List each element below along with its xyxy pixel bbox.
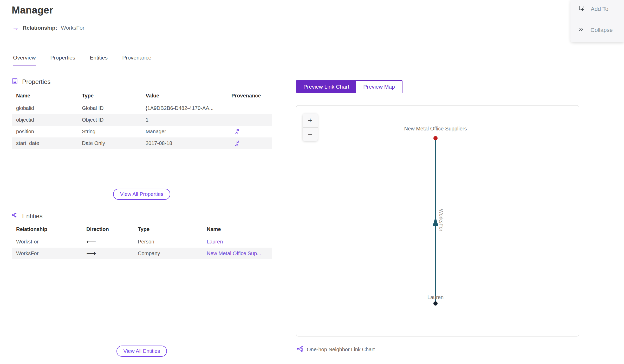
table-row: WorksFor ⟵ Person Lauren xyxy=(12,236,272,248)
tab-bar: Overview Properties Entities Provenance xyxy=(13,55,151,65)
node-person[interactable] xyxy=(433,301,438,306)
properties-table: Name Type Value Provenance globalid Glob… xyxy=(12,93,272,149)
add-to-button[interactable]: Add To xyxy=(578,5,608,13)
tab-properties[interactable]: Properties xyxy=(50,55,75,65)
provenance-flag-icon[interactable] xyxy=(231,128,272,135)
chart-caption: One-hop Neighbor Link Chart xyxy=(296,345,375,354)
entity-relationship: WorksFor xyxy=(16,239,86,245)
tab-entities[interactable]: Entities xyxy=(90,55,108,65)
relationship-label: Relationship: xyxy=(23,25,57,31)
properties-section-title: Properties xyxy=(22,78,50,85)
entity-name-link[interactable]: New Metal Office Sup... xyxy=(207,250,272,256)
entity-type: Person xyxy=(138,239,207,245)
direction-left-arrow-icon: ⟵ xyxy=(86,238,138,246)
table-row: start_date Date Only 2017-08-18 xyxy=(12,137,272,149)
col-type: Type xyxy=(138,226,207,232)
view-all-entities-button[interactable]: View All Entities xyxy=(116,346,167,357)
provenance-flag-icon[interactable] xyxy=(231,140,272,147)
col-direction: Direction xyxy=(86,226,138,232)
entity-details-page: Add To Collapse Manager → Relationship: … xyxy=(0,0,624,364)
entities-section-title: Entities xyxy=(22,213,43,220)
floating-actions-panel: Add To Collapse xyxy=(570,0,624,42)
col-type: Type xyxy=(82,93,146,99)
col-value: Value xyxy=(146,93,231,99)
table-row: WorksFor ⟶ Company New Metal Office Sup.… xyxy=(12,248,272,259)
entities-table-header: Relationship Direction Type Name xyxy=(12,226,272,236)
col-relationship: Relationship xyxy=(16,226,86,232)
collapse-label: Collapse xyxy=(590,27,613,34)
add-to-label: Add To xyxy=(591,6,608,12)
table-row: globalid Global ID {1A9DB2B6-D482-4170-A… xyxy=(12,102,272,114)
prop-type: String xyxy=(82,129,146,135)
preview-link-chart-button[interactable]: Preview Link Chart xyxy=(296,81,356,93)
add-to-icon xyxy=(578,5,585,13)
prop-name: position xyxy=(16,129,82,135)
entities-table: Relationship Direction Type Name WorksFo… xyxy=(12,226,272,259)
edge-arrowhead-icon xyxy=(433,217,438,226)
prop-type: Global ID xyxy=(82,105,146,111)
prop-name: objectid xyxy=(16,117,82,123)
prop-value: 2017-08-18 xyxy=(146,140,231,146)
relationship-subtitle: → Relationship: WorksFor xyxy=(12,24,84,31)
view-all-properties-button[interactable]: View All Properties xyxy=(113,189,170,200)
link-chart-panel: + − WorksFor New Metal Office Suppliers … xyxy=(296,105,579,336)
entity-type: Company xyxy=(138,250,207,256)
properties-section-header: Properties xyxy=(12,78,50,86)
chart-caption-text: One-hop Neighbor Link Chart xyxy=(307,347,375,353)
prop-value: 1 xyxy=(146,117,231,123)
tab-overview[interactable]: Overview xyxy=(13,55,36,65)
edge-label: WorksFor xyxy=(438,209,444,231)
node-label-bottom: Lauren xyxy=(427,294,444,300)
double-chevron-right-icon xyxy=(578,26,585,34)
relationship-value: WorksFor xyxy=(61,25,84,31)
prop-type: Object ID xyxy=(82,117,146,123)
node-company[interactable] xyxy=(433,136,438,140)
col-name: Name xyxy=(16,93,82,99)
entities-section-header: Entities xyxy=(12,212,43,220)
direction-right-arrow-icon: ⟶ xyxy=(86,249,138,257)
zoom-out-button[interactable]: − xyxy=(303,127,318,141)
collapse-button[interactable]: Collapse xyxy=(578,26,613,34)
table-row: position String Manager xyxy=(12,126,272,137)
preview-map-button[interactable]: Preview Map xyxy=(356,81,402,93)
prop-value: {1A9DB2B6-D482-4170-AA... xyxy=(146,105,231,111)
prop-name: start_date xyxy=(16,140,82,146)
form-icon xyxy=(12,78,18,86)
tab-provenance[interactable]: Provenance xyxy=(122,55,151,65)
prop-value: Manager xyxy=(146,129,231,135)
prop-name: globalid xyxy=(16,105,82,111)
col-provenance: Provenance xyxy=(231,93,272,99)
relationship-arrow-icon: → xyxy=(12,24,19,31)
zoom-in-button[interactable]: + xyxy=(303,114,318,127)
entity-relationship: WorksFor xyxy=(16,250,86,256)
zoom-control: + − xyxy=(303,114,318,141)
col-name: Name xyxy=(207,226,272,232)
node-label-top: New Metal Office Suppliers xyxy=(404,126,467,132)
prop-type: Date Only xyxy=(82,140,146,146)
properties-table-header: Name Type Value Provenance xyxy=(12,93,272,102)
entity-name-link[interactable]: Lauren xyxy=(207,239,272,245)
one-hop-network-icon xyxy=(296,345,303,354)
preview-toggle: Preview Link Chart Preview Map xyxy=(296,80,402,93)
link-chart-icon xyxy=(12,212,18,220)
page-title: Manager xyxy=(12,5,53,16)
table-row: objectid Object ID 1 xyxy=(12,114,272,126)
